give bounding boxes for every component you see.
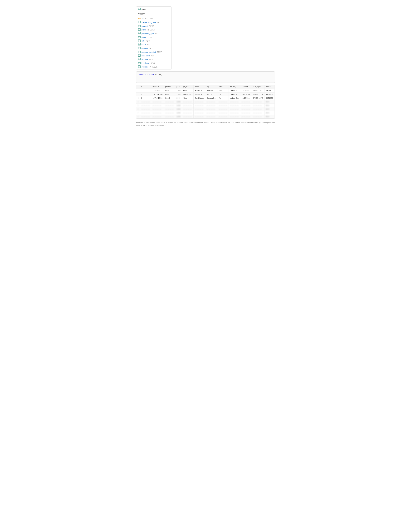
svg-rect-0 bbox=[139, 8, 140, 10]
column-item-city[interactable]: cityTEXT bbox=[136, 39, 171, 43]
col-header-2[interactable]: transacti... bbox=[151, 85, 164, 89]
cell-blurred-0-7: — — — — bbox=[205, 100, 217, 104]
chevron-icon[interactable]: ▾ bbox=[168, 8, 169, 10]
col-type-account_created: TEXT bbox=[157, 51, 162, 53]
table-icon bbox=[138, 8, 140, 10]
col-header-3[interactable]: product bbox=[164, 85, 175, 89]
cell-blurred-1-8: — — — — bbox=[217, 104, 229, 107]
col-name-payment_type: payment_type bbox=[141, 32, 154, 35]
cell-blurred-4-7: — — — — bbox=[205, 115, 217, 118]
cell-country-0: United St... bbox=[229, 89, 240, 93]
column-item-payment_type[interactable]: payment_typeTEXT bbox=[136, 32, 171, 35]
col-header-12[interactable]: latitude bbox=[264, 85, 274, 89]
table-row[interactable]: 221/2/19 13:08Chair1200MastercardFederic… bbox=[136, 93, 275, 96]
column-item-price[interactable]: priceINTEGER bbox=[136, 28, 171, 32]
col-type-city: TEXT bbox=[146, 40, 150, 42]
cell-name-0: Bettina S... bbox=[193, 89, 205, 93]
cell-blurred-4-8: — — — — bbox=[217, 115, 229, 118]
column-item-id[interactable]: IDINTEGER bbox=[136, 17, 171, 20]
column-item-name[interactable]: nameTEXT bbox=[136, 35, 171, 39]
col-header-10[interactable]: account... bbox=[240, 85, 252, 89]
column-item-longitude[interactable]: longitudeREAL bbox=[136, 61, 171, 65]
cell-last_login-2: 1/4/19 12:45 bbox=[252, 96, 264, 100]
col-header-9[interactable]: country bbox=[229, 85, 240, 89]
svg-rect-52 bbox=[139, 62, 140, 64]
cell-blurred-2-0: 6 bbox=[136, 107, 140, 111]
sql-editor[interactable]: SELECT * FROM sales; bbox=[136, 71, 275, 83]
col-type-transaction_date: TEXT bbox=[157, 21, 162, 23]
cell-last_login-0: 1/2/19 7:49 bbox=[252, 89, 264, 93]
cell-blurred-0-3: — — — — bbox=[164, 100, 175, 104]
results-body: 111/2/19 4:53Chair1200VisaBettina S...Pa… bbox=[136, 89, 275, 118]
grid-icon bbox=[138, 36, 140, 38]
cell-blurred-3-4: 1200 bbox=[175, 111, 182, 115]
col-header-8[interactable]: state bbox=[217, 85, 229, 89]
col-type-product: TEXT bbox=[149, 25, 154, 27]
col-name-latitude: latitude bbox=[141, 58, 148, 61]
cell-blurred-0-10: — — — — bbox=[240, 100, 252, 104]
svg-rect-28 bbox=[139, 40, 140, 42]
cell-blurred-3-11: — — — — bbox=[252, 111, 264, 115]
grid-icon bbox=[138, 21, 140, 24]
column-item-product[interactable]: productTEXT bbox=[136, 24, 171, 28]
column-item-country[interactable]: countryTEXT bbox=[136, 47, 171, 50]
cell-blurred-2-10: — — — — bbox=[240, 107, 252, 111]
results-container: IDtransacti...productpricepaymen...namec… bbox=[136, 85, 275, 119]
cell-name-2: Gerd Win... bbox=[193, 96, 205, 100]
svg-rect-8 bbox=[139, 21, 140, 23]
cell-longitude-2: -86.8025 bbox=[274, 96, 275, 100]
sql-keyword-select: SELECT bbox=[139, 74, 146, 76]
column-item-transaction_date[interactable]: transaction_dateTEXT bbox=[136, 20, 171, 24]
cell-blurred-2-2: — — — — bbox=[151, 107, 164, 111]
cell-payment_type-2: Visa bbox=[182, 96, 193, 100]
svg-rect-48 bbox=[139, 58, 140, 60]
sql-table-name: sales; bbox=[155, 74, 162, 76]
grid-icon bbox=[138, 39, 140, 42]
col-header-4[interactable]: price bbox=[175, 85, 182, 89]
cell-blurred-1-5: — — — — bbox=[182, 104, 193, 107]
cell-product-2: Couch bbox=[164, 96, 175, 100]
svg-rect-44 bbox=[139, 55, 140, 57]
svg-rect-56 bbox=[139, 66, 140, 68]
grid-icon bbox=[138, 47, 140, 50]
col-header-0[interactable] bbox=[136, 85, 140, 89]
col-header-6[interactable]: name bbox=[193, 85, 205, 89]
grid-icon bbox=[138, 58, 140, 61]
cell-blurred-1-9: — — — — bbox=[229, 104, 240, 107]
cell-blurred-2-1: — — — — bbox=[140, 107, 151, 111]
cell-blurred-0-0: 4 bbox=[136, 100, 140, 104]
col-type-id: INTEGER bbox=[145, 18, 153, 20]
col-name-state: state bbox=[141, 44, 146, 46]
table-row[interactable]: 331/4/19 12:56Couch3600VisaGerd Win...Ca… bbox=[136, 96, 275, 100]
column-item-supplier[interactable]: supplierINTEGER bbox=[136, 65, 171, 69]
col-header-13[interactable]: longitude bbox=[274, 85, 275, 89]
cell-blurred-2-11: — — — — bbox=[252, 107, 264, 111]
table-row[interactable]: 111/2/19 4:53Chair1200VisaBettina S...Pa… bbox=[136, 89, 275, 93]
cell-longitude-1: -123.83 bbox=[274, 93, 275, 96]
col-header-1[interactable]: ID bbox=[140, 85, 151, 89]
col-name-account_created: account_created bbox=[141, 51, 156, 53]
cell-blurred-1-7: — — — — bbox=[205, 104, 217, 107]
column-item-latitude[interactable]: latitudeREAL bbox=[136, 57, 171, 61]
cell-blurred-2-13: -95.2 bbox=[274, 107, 275, 111]
key-icon bbox=[138, 17, 140, 20]
cell-latitude-2: 33.52056 bbox=[264, 96, 274, 100]
svg-rect-16 bbox=[139, 28, 140, 31]
col-header-5[interactable]: paymen... bbox=[182, 85, 193, 89]
schema-header[interactable]: sales ▾ bbox=[136, 7, 171, 12]
column-item-account_created[interactable]: account_createdTEXT bbox=[136, 50, 171, 54]
cell-blurred-0-8: — — — — bbox=[217, 100, 229, 104]
grid-icon bbox=[138, 43, 140, 46]
cell-blurred-4-6: — — — — bbox=[193, 115, 205, 118]
column-item-last_login[interactable]: last_loginTEXT bbox=[136, 54, 171, 57]
col-name-product: product bbox=[141, 25, 148, 27]
column-item-state[interactable]: stateTEXT bbox=[136, 43, 171, 47]
cell-blurred-3-8: — — — — bbox=[217, 111, 229, 115]
col-header-11[interactable]: last_login bbox=[252, 85, 264, 89]
cell-blurred-0-12: 38.9 bbox=[264, 100, 274, 104]
cell-blurred-3-10: — — — — bbox=[240, 111, 252, 115]
col-header-7[interactable]: city bbox=[205, 85, 217, 89]
cell-account_created-1: 1/19 16:21 bbox=[240, 93, 252, 96]
cell-blurred-1-3: — — — — bbox=[164, 104, 175, 107]
cell-blurred-1-11: — — — — bbox=[252, 104, 264, 107]
